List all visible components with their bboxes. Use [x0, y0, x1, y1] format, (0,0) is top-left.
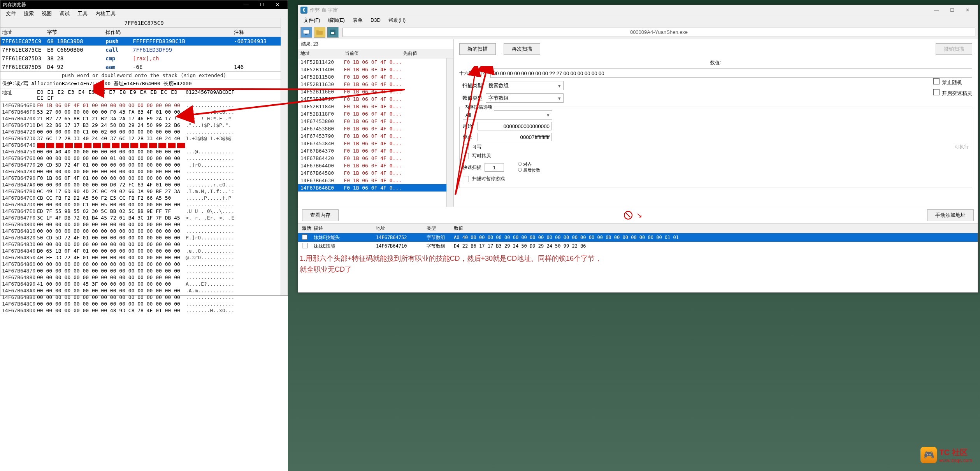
- left-scrollbar[interactable]: [281, 18, 288, 295]
- result-row[interactable]: 14F52B11790F0 1B 06 0F 4F 0...: [298, 95, 446, 103]
- hex-row[interactable]: 14F67B647D000 00 00 00 00 C1 00 05 00 00…: [0, 201, 288, 208]
- menu-item[interactable]: 文件(F): [300, 16, 324, 25]
- menu-item[interactable]: 编辑(E): [324, 16, 349, 25]
- disasm-row[interactable]: 7FF61EC875D338 28cmp[rax],ch: [0, 54, 288, 63]
- hex-rows[interactable]: 14F67B646E0F0 1B 06 0F 4F 01 00 00 00 00…: [0, 102, 288, 314]
- next-scan-button[interactable]: 再次扫描: [504, 43, 540, 55]
- open-file-button[interactable]: [314, 27, 325, 38]
- hex-checkbox[interactable]: [481, 70, 487, 76]
- hex-row[interactable]: 14F67B647E0ED 7F 55 9B 55 02 30 5C BB 02…: [0, 208, 288, 214]
- menu-item[interactable]: 文件: [2, 9, 20, 18]
- stop-input[interactable]: [478, 133, 551, 141]
- minimize-button[interactable]: —: [239, 0, 254, 9]
- left-titlebar[interactable]: 内存浏览器 — ☐ ✕: [0, 0, 288, 9]
- menu-item[interactable]: 帮助(H): [385, 16, 409, 25]
- disasm-row[interactable]: 7FF61EC875C968 1BBC39D8pushFFFFFFFFD839B…: [0, 37, 288, 46]
- new-scan-button[interactable]: 新的扫描: [459, 43, 496, 55]
- result-row[interactable]: 14F674538B0F0 1B 06 0F 4F 0...: [298, 125, 446, 132]
- hex-row[interactable]: 14F67B648B000 00 00 00 00 00 00 00 00 00…: [0, 294, 288, 301]
- speed-checkbox[interactable]: [933, 89, 940, 95]
- forbid-icon[interactable]: [624, 211, 632, 220]
- address-bar[interactable]: 7FF61EC875C9: [0, 18, 288, 28]
- result-row[interactable]: 14F67B644D0F0 1B 06 0F 4F 0...: [298, 162, 446, 169]
- table-row[interactable]: 妹妹E技能头14F67B64752字节数组A0 40 00 00 00 00 0…: [298, 233, 978, 242]
- hex-row[interactable]: 14F67B6483000 00 00 00 00 00 00 00 00 00…: [0, 241, 288, 248]
- writable-checkbox[interactable]: [463, 144, 469, 150]
- result-row[interactable]: 14F52B118F0F0 1B 06 0F 4F 0...: [298, 110, 446, 118]
- hex-row[interactable]: 14F67B6489041 00 00 00 00 45 3F 00 00 00…: [0, 281, 288, 287]
- hex-row[interactable]: 14F67B6472000 00 00 00 00 C1 00 02 00 00…: [0, 128, 288, 135]
- result-row[interactable]: 14F67B64580F0 1B 06 0F 4F 0...: [298, 169, 446, 177]
- hex-row[interactable]: 14F67B646F053 27 00 00 00 00 00 00 F0 43…: [0, 109, 288, 115]
- result-row[interactable]: 14F67453840F0 1B 06 0F 4F 0...: [298, 140, 446, 147]
- result-row[interactable]: 14F67453790F0 1B 06 0F 4F 0...: [298, 132, 446, 140]
- result-row[interactable]: 14F67B64630F0 1B 06 0F 4F 0...: [298, 177, 446, 184]
- cow-checkbox[interactable]: [463, 153, 469, 159]
- hex-row[interactable]: 14F67B6487000 00 00 00 00 00 00 00 00 00…: [0, 267, 288, 274]
- hex-row[interactable]: 14F67B6477020 CD 5D 72 4F 01 00 00 00 00…: [0, 162, 288, 168]
- menu-item[interactable]: 内核工具: [91, 9, 119, 18]
- disasm-row[interactable]: 7FF61EC875D5D4 92aam-6E146: [0, 63, 288, 71]
- hex-row[interactable]: 14F67B647B00C 49 17 6D 90 4D 2C 0C 49 02…: [0, 188, 288, 195]
- hex-row[interactable]: 14F67B6470021 B2 72 65 8B C1 21 B2 3A 2A…: [0, 115, 288, 122]
- result-row[interactable]: 14F67B64370F0 1B 06 0F 4F 0...: [298, 147, 446, 155]
- menu-item[interactable]: 表单: [349, 16, 367, 25]
- memory-region-select[interactable]: All: [463, 110, 552, 120]
- process-name[interactable]: 000009A4-YuanShen.exe: [342, 28, 975, 37]
- fast-input[interactable]: [485, 163, 504, 172]
- menu-item[interactable]: D3D: [367, 16, 385, 24]
- table-row[interactable]: 妹妹E技能14F67B64710字节数组D4 22 B6 17 17 B3 29…: [298, 242, 978, 250]
- manual-add-button[interactable]: 手动添加地址: [927, 209, 974, 221]
- result-row[interactable]: 14F52B11630F0 1B 06 0F 4F 0...: [298, 81, 446, 88]
- result-row[interactable]: 14F52B11420F0 1B 06 0F 4F 0...: [298, 58, 446, 66]
- hex-row[interactable]: 14F67B648A000 00 00 00 00 00 00 00 00 00…: [0, 287, 288, 294]
- hex-row[interactable]: 14F67B6478000 00 00 00 00 00 00 00 00 00…: [0, 168, 288, 175]
- result-row[interactable]: 14F67453800F0 1B 06 0F 4F 0...: [298, 118, 446, 125]
- maximize-button[interactable]: ☐: [254, 0, 270, 9]
- hex-row[interactable]: 14F67B647A000 00 00 00 00 00 00 00 D0 72…: [0, 181, 288, 188]
- menu-item[interactable]: 工具: [74, 9, 91, 18]
- right-titlebar[interactable]: € 作弊 血·宇宙 — ☐ ✕: [298, 5, 978, 15]
- hex-row[interactable]: 14F67B6482050 CD 5D 72 4F 01 00 00 00 00…: [0, 234, 288, 241]
- scan-type-select[interactable]: 搜索数组: [486, 81, 564, 90]
- minimize-button[interactable]: —: [929, 5, 944, 15]
- hex-row[interactable]: 14F67B6485040 EE 33 72 4F 01 00 00 00 00…: [0, 254, 288, 261]
- hex-row[interactable]: 14F67B648D000 00 00 00 00 00 00 00 48 93…: [0, 307, 288, 314]
- hex-row[interactable]: 14F67B6473037 6C 12 2B 33 40 24 40 37 6C…: [0, 135, 288, 142]
- hex-row[interactable]: 14F67B6481000 00 00 00 00 00 00 00 00 00…: [0, 228, 288, 234]
- save-button[interactable]: [327, 27, 339, 38]
- result-row[interactable]: 14F67B64420F0 1B 06 0F 4F 0...: [298, 155, 446, 162]
- hex-row[interactable]: 14F67B64710D4 22 B6 17 17 B3 29 24 50 DD…: [0, 122, 288, 128]
- pause-checkbox[interactable]: [463, 176, 469, 182]
- hex-row[interactable]: 14F67B64840B0 65 1B 0F 4F 01 00 00 00 00…: [0, 248, 288, 254]
- menu-item[interactable]: 搜索: [20, 9, 38, 18]
- hex-row[interactable]: 14F67B6480000 00 00 00 00 00 00 00 00 00…: [0, 221, 288, 228]
- hex-row[interactable]: 14F67B6475000 00 A0 40 00 00 00 00 00 00…: [0, 148, 288, 155]
- result-row[interactable]: 14F52B114D0F0 1B 06 0F 4F 0...: [298, 66, 446, 73]
- no-random-checkbox[interactable]: [933, 78, 940, 84]
- close-button[interactable]: ✕: [960, 5, 975, 15]
- menu-item[interactable]: 调试: [56, 9, 74, 18]
- hex-row[interactable]: 14F67B6476000 00 00 00 00 00 00 00 01 00…: [0, 155, 288, 162]
- hex-row[interactable]: 14F67B647C0CB CC FB F2 D2 A5 50 F2 E5 CC…: [0, 195, 288, 201]
- result-list[interactable]: 14F52B11420F0 1B 06 0F 4F 0...14F52B114D…: [298, 58, 446, 207]
- result-row[interactable]: 14F52B11580F0 1B 06 0F 4F 0...: [298, 73, 446, 81]
- value-input[interactable]: [490, 69, 972, 78]
- disasm-row[interactable]: 7FF61EC875CEE8 C6690B00call7FF61ED3DF99: [0, 46, 288, 54]
- menu-item[interactable]: 视图: [38, 9, 56, 18]
- view-memory-button[interactable]: 查看内存: [302, 209, 339, 221]
- hex-row[interactable]: 14F67B64740: [0, 142, 288, 148]
- hex-row[interactable]: 14F67B648C000 00 00 00 00 00 00 00 00 00…: [0, 301, 288, 307]
- result-scrollbar[interactable]: [446, 58, 453, 207]
- hex-row[interactable]: 14F67B646E0F0 1B 06 0F 4F 01 00 00 00 00…: [0, 102, 288, 109]
- arrow-down-icon[interactable]: ↘: [636, 211, 642, 220]
- open-process-button[interactable]: [300, 27, 312, 38]
- hex-row[interactable]: 14F67B647F03C 1F 4F DB 72 01 B4 45 72 01…: [0, 214, 288, 221]
- hex-row[interactable]: 14F67B64790F0 1B 06 0F 4F 01 00 00 00 00…: [0, 175, 288, 181]
- result-row[interactable]: 14F67B646E0F0 1B 06 0F 4F 0...: [298, 184, 446, 192]
- maximize-button[interactable]: ☐: [944, 5, 960, 15]
- hex-row[interactable]: 14F67B6488000 00 00 00 00 00 00 00 00 00…: [0, 274, 288, 281]
- hex-row[interactable]: 14F67B6486000 00 00 00 00 00 00 00 00 00…: [0, 261, 288, 267]
- undo-scan-button[interactable]: 撤销扫描: [936, 43, 972, 55]
- start-input[interactable]: [478, 122, 551, 130]
